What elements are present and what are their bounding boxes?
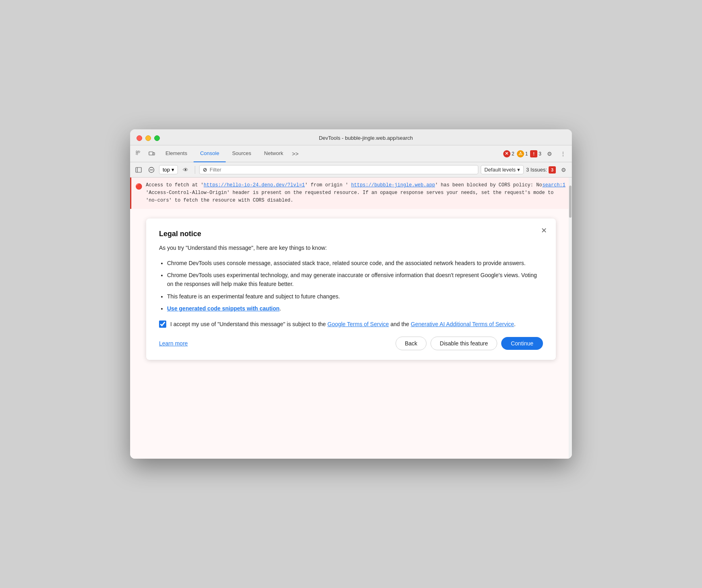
error-message-row: 🔴 search:1 Access to fetch at 'https://h… <box>130 178 572 209</box>
warn-badge: ⚠ 1 <box>517 150 528 157</box>
tab-sources[interactable]: Sources <box>226 145 258 162</box>
settings-icon[interactable]: ⚙ <box>544 148 555 159</box>
accept-checkbox[interactable] <box>159 321 166 328</box>
svg-rect-3 <box>149 152 153 155</box>
more-options-icon[interactable]: ⋮ <box>557 148 569 159</box>
chevron-down-icon: ▾ <box>517 167 520 173</box>
tab-network[interactable]: Network <box>258 145 290 162</box>
legal-notice-dialog: Legal notice ✕ As you try "Understand th… <box>146 218 556 360</box>
list-item: Chrome DevTools uses console message, as… <box>167 259 543 267</box>
default-levels-selector[interactable]: Default levels ▾ <box>481 165 524 174</box>
svg-rect-1 <box>138 151 140 153</box>
responsive-icon[interactable] <box>146 148 157 159</box>
sidebar-toggle-icon[interactable] <box>133 165 144 175</box>
svg-rect-4 <box>153 153 155 155</box>
tab-elements[interactable]: Elements <box>159 145 194 162</box>
issues-count-area: 3 Issues: 3 <box>526 166 556 174</box>
svg-rect-2 <box>136 153 138 155</box>
select-element-icon[interactable] <box>133 148 145 159</box>
window-title: DevTools - bubble-jingle.web.app/search <box>166 135 565 141</box>
console-settings-icon[interactable]: ⚙ <box>558 165 569 175</box>
clear-console-icon[interactable] <box>146 165 157 175</box>
disable-button[interactable]: Disable this feature <box>431 337 497 350</box>
eye-icon[interactable]: 👁 <box>180 165 191 175</box>
legal-notice-title: Legal notice <box>159 230 543 238</box>
legal-intro-text: As you try "Understand this message", he… <box>159 244 543 252</box>
error-icon: ✕ <box>503 150 510 157</box>
action-buttons: Back Disable this feature Continue <box>396 337 543 350</box>
tab-console[interactable]: Console <box>194 145 226 162</box>
error-circle-icon: 🔴 <box>135 182 142 191</box>
list-item: This feature is an experimental feature … <box>167 292 543 301</box>
tab-navigation: Elements Console Sources Network >> <box>159 145 502 162</box>
chevron-down-icon: ▾ <box>171 167 174 173</box>
console-toolbar: top ▾ 👁 ⊘ Default levels ▾ 3 Issues: 3 ⚙ <box>130 162 572 178</box>
devtools-window: DevTools - bubble-jingle.web.app/search … <box>130 129 572 459</box>
source-link[interactable]: search:1 <box>542 182 565 189</box>
fetch-url-link[interactable]: https://hello-io-24.deno.dev/?lvl=1 <box>204 182 305 188</box>
scrollbar[interactable] <box>569 178 572 459</box>
svg-rect-0 <box>136 151 138 153</box>
back-button[interactable]: Back <box>396 337 427 350</box>
toolbar-right: ✕ 2 ⚠ 1 ! 3 ⚙ ⋮ <box>503 148 569 159</box>
error-badge: ✕ 2 <box>503 150 514 157</box>
devtools-toolbar: Elements Console Sources Network >> ✕ 2 … <box>130 145 572 162</box>
minimize-button[interactable] <box>145 135 151 141</box>
tos-link[interactable]: Google Terms of Service <box>327 321 389 327</box>
svg-rect-5 <box>136 167 141 172</box>
caution-link[interactable]: Use generated code snippets with caution <box>167 305 280 312</box>
warn-icon: ⚠ <box>517 150 524 157</box>
maximize-button[interactable] <box>154 135 160 141</box>
list-item-caution: Use generated code snippets with caution… <box>167 304 543 313</box>
list-item: Chrome DevTools uses experimental techno… <box>167 271 543 289</box>
continue-button[interactable]: Continue <box>501 337 543 350</box>
scrollbar-thumb[interactable] <box>569 186 571 218</box>
legal-footer: Learn more Back Disable this feature Con… <box>159 337 543 350</box>
more-tabs-button[interactable]: >> <box>290 148 301 159</box>
issues-count-badge: 3 <box>549 166 556 174</box>
console-area: 🔴 search:1 Access to fetch at 'https://h… <box>130 178 572 459</box>
filter-icon: ⊘ <box>203 167 207 173</box>
separator <box>195 166 195 174</box>
title-bar: DevTools - bubble-jingle.web.app/search <box>130 129 572 145</box>
accept-checkbox-row: I accept my use of "Understand this mess… <box>159 320 543 329</box>
legal-items-list: Chrome DevTools uses console message, as… <box>159 259 543 313</box>
close-dialog-button[interactable]: ✕ <box>538 225 549 236</box>
issues-badge: ! 3 <box>530 150 541 157</box>
filter-input-area[interactable]: ⊘ <box>199 165 478 174</box>
learn-more-link[interactable]: Learn more <box>159 340 188 347</box>
origin-link[interactable]: https://bubble-jingle.web.app <box>351 182 435 188</box>
filter-input[interactable] <box>210 167 475 173</box>
close-button[interactable] <box>137 135 142 141</box>
context-selector[interactable]: top ▾ <box>159 165 178 174</box>
traffic-lights <box>137 135 160 141</box>
ai-tos-link[interactable]: Generative AI Additional Terms of Servic… <box>411 321 514 327</box>
issues-icon: ! <box>530 150 537 157</box>
